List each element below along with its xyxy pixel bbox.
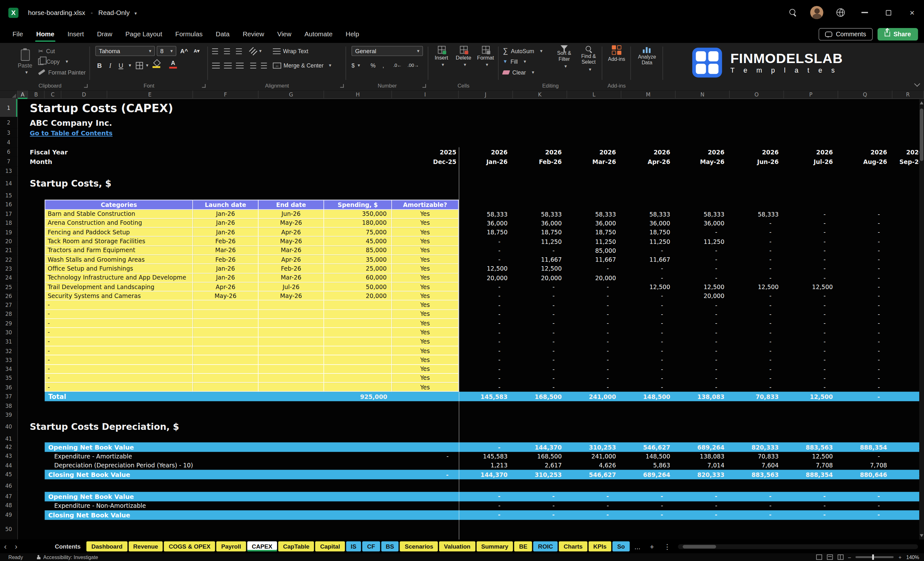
cell-category[interactable]: Technology Infrastructure and App Develo… [45,273,193,283]
cell-month-5[interactable]: 58,333 [730,210,784,219]
cell-month-7[interactable]: 2026 [838,147,892,157]
increase-decimal-button[interactable]: .0← [393,60,402,70]
cell-month-2[interactable]: - [567,282,621,292]
cell-spending[interactable]: 60,000 [324,273,392,283]
cell-amortizable[interactable]: Yes [392,282,459,292]
cell-amortizable[interactable]: Yes [392,237,459,246]
cell-month-1[interactable]: - [513,328,567,338]
sheet-tab-is[interactable]: IS [346,541,362,552]
sheet-tab-scenarios[interactable]: Scenarios [400,541,438,552]
row-header-45[interactable]: 45 [0,470,18,480]
row-header-3[interactable]: 3 [0,128,18,138]
cell-month-4[interactable]: - [676,492,730,501]
cell-launch-date[interactable]: Mar-26 [193,246,258,255]
cell-end-date[interactable] [258,364,324,374]
sheet-tab-capex[interactable]: CAPEX [247,541,277,552]
zoom-in-button[interactable]: + [898,554,902,560]
cell-month-6[interactable]: - [784,310,838,319]
column-header-Q[interactable]: Q [838,91,892,99]
cell-launch-date[interactable] [193,356,258,364]
page-break-view-icon[interactable] [837,554,843,560]
cell-spending[interactable]: 45,000 [324,237,392,246]
cell-month-0[interactable]: 145,583 [459,392,513,402]
cell-month-7[interactable]: - [838,510,892,520]
analyze-data-button[interactable]: Analyze Data [633,45,662,66]
sheet-tab-charts[interactable]: Charts [559,541,587,552]
cell-amortizable[interactable]: Yes [392,264,459,273]
cell-launch-date[interactable] [193,364,258,374]
cell-month-1[interactable]: 168,500 [513,452,567,461]
cell-end-date[interactable] [258,337,324,346]
column-header-I[interactable]: I [392,91,459,99]
cell-spending[interactable] [324,301,392,310]
column-header-D[interactable]: D [62,91,107,99]
cell-spending[interactable]: 75,000 [324,228,392,237]
sort-filter-button[interactable]: Sort & Filter▾ [552,45,577,69]
cell-month-4[interactable]: - [676,319,730,328]
cell-month-1[interactable]: - [513,282,567,292]
cell-month-3[interactable]: 11,667 [621,255,675,264]
cell-launch-date[interactable]: Jan-26 [193,219,258,228]
row-header-28[interactable]: 28 [0,310,18,319]
menu-tab-view[interactable]: View [271,25,298,43]
cell-category[interactable]: - [45,346,193,356]
cell-month-0[interactable]: - [459,246,513,255]
copy-button[interactable]: Copy▾ [38,56,96,67]
cell-category[interactable]: - [45,319,193,328]
cell-end-date[interactable] [258,356,324,364]
cell-month-6[interactable]: - [784,237,838,246]
web-version-button[interactable] [829,0,853,25]
cell-month-6[interactable]: - [784,264,838,273]
sheet-tab-bs[interactable]: BS [381,541,399,552]
cell-month-5[interactable]: Jun-26 [730,157,784,166]
cell-month-6[interactable]: - [784,246,838,255]
company-name[interactable]: ABC Company Inc. [30,117,268,128]
cell-end-date[interactable]: Feb-26 [258,264,324,273]
cell-month-5[interactable]: - [730,292,784,301]
cell-month-0[interactable]: 144,370 [459,470,513,480]
cell-month-0[interactable]: - [459,301,513,310]
cell-launch-date[interactable] [193,383,258,392]
cell-month-1[interactable]: Feb-26 [513,157,567,166]
cell-month-2[interactable]: 11,250 [567,237,621,246]
cell-month-0[interactable]: 145,583 [459,452,513,461]
column-header-A[interactable]: A [18,91,28,99]
cell-month-0[interactable]: 58,333 [459,210,513,219]
cell-spending[interactable]: 85,000 [324,246,392,255]
cell-month-6[interactable]: - [784,501,838,510]
cell-end-date[interactable] [258,374,324,383]
sheet-tab-contents[interactable]: Contents [50,541,86,552]
cell-month-2[interactable]: 18,750 [567,228,621,237]
cell-month-1[interactable]: 168,500 [513,392,567,402]
font-size-combo[interactable]: 8▾ [157,46,176,56]
cell-month-2[interactable]: 58,333 [567,210,621,219]
cell-category[interactable]: Fencing and Paddock Setup [45,228,193,237]
cell-amortizable[interactable]: Yes [392,328,459,338]
cell-month-5[interactable]: - [730,264,784,273]
cell-category[interactable]: - [45,356,193,364]
maximize-button[interactable] [876,0,900,25]
cell-month-7[interactable]: - [838,292,892,301]
cell-month-3[interactable]: - [621,492,675,501]
cell-month-1[interactable]: 11,250 [513,237,567,246]
cell-amortizable[interactable]: Yes [392,292,459,301]
band-label[interactable]: Opening Net Book Value [48,442,239,452]
cell-spending[interactable]: 180,000 [324,219,392,228]
cell-month-7[interactable]: - [838,237,892,246]
cell-month-2[interactable]: - [567,346,621,356]
cell-month-4[interactable]: 138,083 [676,452,730,461]
row-header-43[interactable]: 43 [0,452,18,461]
underline-menu-chevron[interactable]: ▾ [129,60,131,70]
cell-month-1[interactable]: 2026 [513,147,567,157]
fill-button[interactable]: ▼Fill▾ [503,56,526,67]
page-layout-view-icon[interactable] [826,554,832,560]
column-header-F[interactable]: F [193,91,258,99]
row-header-22[interactable]: 22 [0,255,18,264]
cell-month-1[interactable]: 12,500 [513,264,567,273]
sheet-tab-kpis[interactable]: KPIs [588,541,611,552]
cell-end-date[interactable] [258,383,324,392]
cell-month-5[interactable]: - [730,255,784,264]
table-of-contents-link[interactable]: Go to Table of Contents [30,128,208,138]
column-header-L[interactable]: L [567,91,621,99]
cell-launch-date[interactable] [193,301,258,310]
